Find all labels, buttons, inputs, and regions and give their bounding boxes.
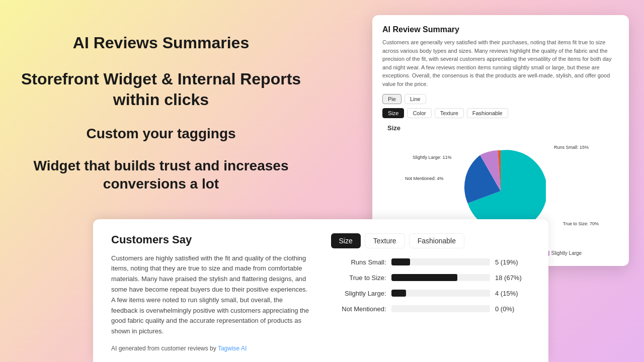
bottom-tag-row: Size Texture Fashionable — [331, 233, 531, 248]
customers-say-title: Customers Say — [111, 233, 311, 246]
tag-texture[interactable]: Texture — [435, 108, 464, 118]
pie-label-not-mentioned: Not Mentioned: 4% — [405, 176, 444, 181]
bottom-right-section: Size Texture Fashionable Runs Small: 5 (… — [331, 233, 531, 352]
bar-not-mentioned: Not Mentioned: 0 (0%) — [331, 305, 531, 313]
tag-size[interactable]: Size — [382, 108, 404, 118]
bar-true-to-size: True to Size: 18 (67%) — [331, 274, 531, 282]
tab-pie[interactable]: Pie — [382, 94, 401, 104]
customers-say-text: Customers are highly satisfied with the … — [111, 253, 311, 337]
top-tab-row: Pie Line — [382, 94, 619, 104]
bar-label-true-to-size: True to Size: — [331, 274, 386, 282]
tab-line[interactable]: Line — [405, 94, 426, 104]
bar-track-slightly-large — [391, 290, 491, 297]
bar-fill-runs-small — [391, 258, 410, 265]
heading2: Storefront Widget & Internal Reports wit… — [20, 69, 302, 111]
bar-slightly-large: Slightly Large: 4 (15%) — [331, 290, 531, 297]
bar-label-runs-small: Runs Small: — [331, 258, 386, 266]
bottom-tag-fashionable[interactable]: Fashionable — [409, 233, 464, 248]
heading1: AI Reviews Summaries — [73, 33, 249, 54]
bottom-tag-size[interactable]: Size — [331, 233, 361, 248]
bottom-card: Customers Say Customers are highly satis… — [93, 219, 548, 362]
chart-title: Size — [382, 124, 619, 132]
tag-fashionable[interactable]: Fashionable — [467, 108, 508, 118]
bar-track-runs-small — [391, 258, 491, 265]
legend-slightly-large: Slightly Large — [544, 250, 582, 256]
pie-label-true-to-size: True to Size: 70% — [563, 221, 599, 226]
tag-color[interactable]: Color — [407, 108, 431, 118]
bar-track-not-mentioned — [391, 305, 491, 312]
bar-chart: Runs Small: 5 (19%) True to Size: 18 (67… — [331, 258, 531, 313]
bar-value-runs-small: 5 (19%) — [495, 258, 530, 266]
ai-credit: AI generated from customer reviews by Ta… — [111, 345, 311, 352]
review-card-description: Customers are generally very satisfied w… — [382, 38, 619, 88]
bar-track-true-to-size — [391, 274, 491, 281]
review-card-title: AI Review Summary — [382, 25, 619, 34]
pie-label-runs-small: Runs Small: 15% — [554, 145, 589, 150]
bar-fill-slightly-large — [391, 290, 406, 297]
heading3: Custom your taggings — [86, 126, 235, 142]
bar-fill-true-to-size — [391, 274, 458, 281]
heading4: Widget that builds trust and increases c… — [20, 157, 302, 194]
bottom-left-section: Customers Say Customers are highly satis… — [111, 233, 311, 352]
tag-tab-row: Size Color Texture Fashionable — [382, 108, 619, 118]
bar-value-not-mentioned: 0 (0%) — [495, 305, 530, 313]
bar-label-not-mentioned: Not Mentioned: — [331, 305, 386, 313]
bottom-tag-texture[interactable]: Texture — [365, 233, 405, 248]
bar-value-true-to-size: 18 (67%) — [495, 274, 530, 282]
pie-label-slightly-large: Slightly Large: 11% — [413, 155, 452, 160]
bar-label-slightly-large: Slightly Large: — [331, 290, 386, 297]
left-panel: AI Reviews Summaries Storefront Widget &… — [0, 0, 322, 226]
bar-value-slightly-large: 4 (15%) — [495, 290, 530, 297]
tagwise-link[interactable]: Tagwise AI — [218, 345, 247, 352]
bar-runs-small: Runs Small: 5 (19%) — [331, 258, 531, 266]
